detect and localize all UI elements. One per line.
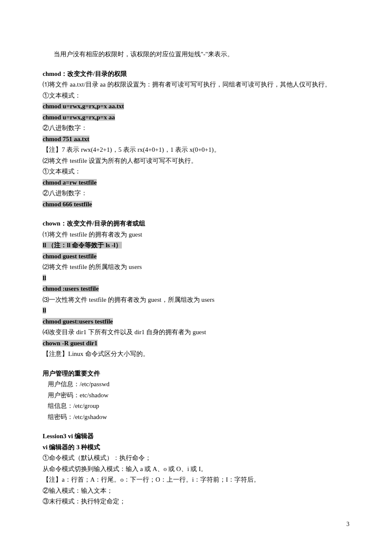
intro-text: 当用户没有相应的权限时，该权限的对应位置用短线"-"来表示。 [43,49,349,60]
vi-title-2: vi 编辑器的 3 种模式 [43,442,349,453]
chmod-mode-text: ①文本模式： [43,90,349,101]
page-number: 3 [346,519,349,529]
chown-cmd-1: ll （注：ll 命令等效于 ls -l） [43,240,349,251]
chown-cmd-4: chmod :users testfile [43,283,349,295]
chmod-title: chmod：改变文件/目录的权限 [43,69,349,80]
files-gshadow: 组密码：/etc/gshadow [43,412,349,423]
chown-cmd-7: chown -R guest dir1 [43,338,349,349]
vi-note: 【注】a：行首；A：行尾。o：下一行；O：上一行。i：字符前；I：字符后。 [43,474,349,486]
chown-desc-1: ⑴将文件 testfile 的拥有者改为 guest [43,229,349,240]
chmod-cmd-3: chmod 751 aa.txt [43,134,349,145]
vi-switch: 从命令模式切换到输入模式：输入 a 或 A、o 或 O、i 或 I。 [43,464,349,475]
chown-cmd-6: chmod guest:users testfile [43,316,349,327]
files-passwd: 用户信息：/etc/passwd [43,379,349,390]
chown-cmd-2: chmod guest testfile [43,251,349,262]
chmod-cmd-1: chmod u=rwx,g=rx,p=x aa.txt [43,101,349,112]
chmod-mode-octal: ②八进制数字： [43,123,349,134]
chmod-mode-octal-2: ②八进制数字： [43,188,349,199]
chmod-cmd-2: chmod u=rwx,g=rx,p=x aa [43,112,349,123]
vi-title-1: Lession3 vi 编辑器 [43,431,349,442]
chmod-desc-2: ⑵将文件 testfile 设置为所有的人都可读可写不可执行。 [43,156,349,167]
chmod-note: 【注】7 表示 rwx(4+2+1)，5 表示 rx(4+0+1)，1 表示 x… [43,145,349,156]
chmod-desc-1: ⑴将文件 aa.txt/目录 aa 的权限设置为：拥有者可读可写可执行，同组者可… [43,79,349,90]
files-title: 用户管理的重要文件 [43,368,349,379]
vi-mode-1: ①命令模式（默认模式）：执行命令； [43,453,349,464]
vi-mode-3: ③末行模式：执行特定命定； [43,496,349,507]
chown-cmd-5: ll [43,305,349,316]
chmod-mode-text-2: ①文本模式： [43,166,349,177]
vi-mode-2: ②输入模式：输入文本； [43,486,349,497]
chmod-cmd-5: chmod 666 testfile [43,199,349,210]
chown-desc-3: ⑶一次性将文件 testfile 的拥有者改为 guest，所属组改为 user… [43,295,349,306]
chown-desc-2: ⑵将文件 testfile 的所属组改为 users [43,262,349,273]
chown-note: 【注意】Linux 命令式区分大小写的。 [43,349,349,360]
files-shadow: 用户密码：etc/shadow [43,390,349,401]
chown-desc-4: ⑷改变目录 dir1 下所有文件以及 dir1 自身的拥有者为 guest [43,327,349,338]
chown-cmd-3: ll [43,273,349,284]
chmod-cmd-4: chmod a=rw testfile [43,177,349,188]
files-group: 组信息：/etc/group [43,401,349,412]
chown-title: chown：改变文件/目录的拥有者或组 [43,218,349,229]
